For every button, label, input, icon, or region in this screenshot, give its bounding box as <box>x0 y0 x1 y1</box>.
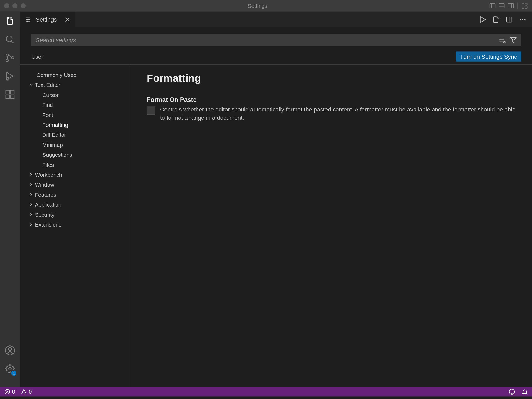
manage-button[interactable]: 1 <box>5 363 16 376</box>
svg-point-12 <box>6 59 9 62</box>
svg-rect-4 <box>508 4 514 8</box>
svg-point-45 <box>24 393 24 393</box>
activity-bar: 1 <box>0 12 20 387</box>
tree-features[interactable]: Features <box>20 190 130 200</box>
tree-find[interactable]: Find <box>20 100 130 110</box>
tab-title: Settings <box>36 16 57 23</box>
svg-rect-7 <box>525 3 527 5</box>
titlebar: Settings <box>0 0 532 12</box>
svg-point-47 <box>511 391 511 391</box>
traffic-close[interactable] <box>4 3 9 8</box>
svg-point-11 <box>6 54 9 56</box>
svg-rect-18 <box>10 90 14 94</box>
extensions-icon[interactable] <box>5 89 16 100</box>
tree-diff-editor[interactable]: Diff Editor <box>20 130 130 139</box>
status-errors[interactable]: 0 <box>4 388 15 395</box>
traffic-minimize[interactable] <box>12 3 17 8</box>
svg-rect-17 <box>10 95 14 98</box>
svg-line-10 <box>11 41 14 43</box>
status-warnings[interactable]: 0 <box>21 388 32 395</box>
tree-commonly-used[interactable]: Commonly Used <box>20 70 130 80</box>
svg-rect-0 <box>490 4 495 8</box>
tree-extensions[interactable]: Extensions <box>20 220 130 229</box>
more-actions-icon[interactable] <box>519 16 526 23</box>
layout-customize-icon[interactable] <box>521 3 528 9</box>
scope-user-tab[interactable]: User <box>31 51 44 64</box>
svg-rect-6 <box>522 3 524 8</box>
editor-actions <box>479 12 532 27</box>
layout-panel-left-icon[interactable] <box>489 3 496 9</box>
clear-search-icon[interactable] <box>498 36 506 44</box>
tree-workbench[interactable]: Workbench <box>20 170 130 179</box>
svg-rect-2 <box>499 4 504 8</box>
run-icon[interactable] <box>479 16 486 23</box>
svg-point-21 <box>9 367 11 370</box>
svg-point-20 <box>8 348 11 351</box>
open-json-icon[interactable] <box>492 16 500 23</box>
tree-minimap[interactable]: Minimap <box>20 140 130 150</box>
svg-point-34 <box>524 19 525 20</box>
svg-point-13 <box>11 57 14 59</box>
svg-point-48 <box>513 391 513 391</box>
status-bar: 0 0 <box>0 387 532 396</box>
setting-description: Controls whether the editor should autom… <box>160 105 517 122</box>
warning-triangle-icon <box>21 388 27 395</box>
accounts-icon[interactable] <box>5 345 16 356</box>
manage-badge: 1 <box>10 370 17 377</box>
tree-application[interactable]: Application <box>20 200 130 209</box>
traffic-zoom[interactable] <box>21 3 26 8</box>
separator <box>517 3 518 9</box>
chevron-right-icon <box>28 211 34 217</box>
search-settings-input[interactable] <box>31 34 521 46</box>
tree-window[interactable]: Window <box>20 179 130 189</box>
section-heading: Formatting <box>147 72 524 84</box>
settings-tree: Commonly Used Text Editor Cursor Find Fo… <box>20 65 130 387</box>
svg-rect-15 <box>6 90 10 94</box>
svg-point-33 <box>522 19 523 20</box>
chevron-right-icon <box>28 182 34 187</box>
close-icon[interactable] <box>64 16 70 22</box>
search-input[interactable] <box>35 36 494 44</box>
tab-settings[interactable]: Settings <box>20 12 75 27</box>
editor-area: Settings User Turn on Setting <box>20 12 532 387</box>
tree-files[interactable]: Files <box>20 159 130 169</box>
titlebar-layout-controls <box>489 3 528 9</box>
feedback-icon[interactable] <box>509 388 515 395</box>
chevron-right-icon <box>28 172 34 177</box>
settings-list-icon <box>25 16 32 23</box>
error-circle-icon <box>4 388 10 395</box>
tree-suggestions[interactable]: Suggestions <box>20 150 130 159</box>
source-control-icon[interactable] <box>5 52 16 63</box>
notifications-icon[interactable] <box>522 388 528 395</box>
tree-text-editor[interactable]: Text Editor <box>20 80 130 90</box>
chevron-right-icon <box>28 202 34 207</box>
tree-security[interactable]: Security <box>20 209 130 219</box>
chevron-down-icon <box>28 82 34 88</box>
tree-formatting[interactable]: Formatting <box>20 120 130 130</box>
svg-point-32 <box>520 19 521 20</box>
chevron-right-icon <box>28 192 34 197</box>
search-icon[interactable] <box>5 34 16 45</box>
setting-title: Format On Paste <box>147 96 517 103</box>
tab-bar: Settings <box>20 12 532 27</box>
traffic-lights <box>4 3 26 8</box>
window-title: Settings <box>26 3 489 9</box>
setting-format-on-paste: Format On Paste Controls whether the edi… <box>139 91 524 387</box>
svg-point-9 <box>6 36 12 42</box>
settings-sync-button[interactable]: Turn on Settings Sync <box>456 51 521 61</box>
svg-rect-16 <box>6 95 10 98</box>
filter-icon[interactable] <box>510 36 517 44</box>
svg-rect-8 <box>525 6 527 8</box>
tree-cursor[interactable]: Cursor <box>20 90 130 100</box>
layout-panel-bottom-icon[interactable] <box>498 3 505 9</box>
settings-scope-row: User Turn on Settings Sync <box>20 46 532 65</box>
run-debug-icon[interactable] <box>5 71 16 82</box>
settings-content: Formatting Format On Paste Controls whet… <box>130 65 532 387</box>
tree-font[interactable]: Font <box>20 110 130 119</box>
format-on-paste-checkbox[interactable] <box>147 107 155 115</box>
split-editor-icon[interactable] <box>506 16 513 23</box>
chevron-right-icon <box>28 222 34 227</box>
layout-panel-right-icon[interactable] <box>508 3 514 9</box>
explorer-icon[interactable] <box>5 16 16 27</box>
